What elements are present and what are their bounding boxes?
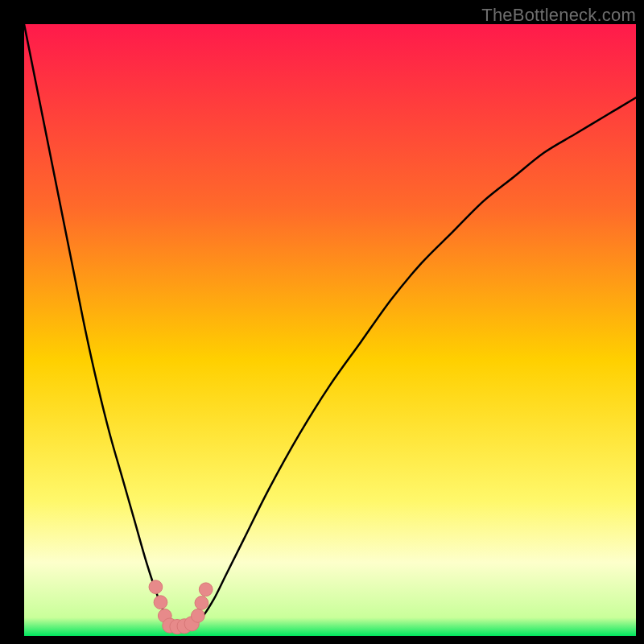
curve-marker: [154, 596, 167, 609]
curve-marker: [199, 583, 213, 597]
curve-marker: [195, 597, 208, 610]
curve-marker: [191, 609, 204, 623]
chart-frame: TheBottleneck.com: [0, 0, 644, 644]
bottleneck-chart: [0, 0, 644, 644]
watermark-text: TheBottleneck.com: [481, 5, 636, 26]
curve-marker: [149, 580, 163, 594]
plot-background: [24, 24, 636, 636]
